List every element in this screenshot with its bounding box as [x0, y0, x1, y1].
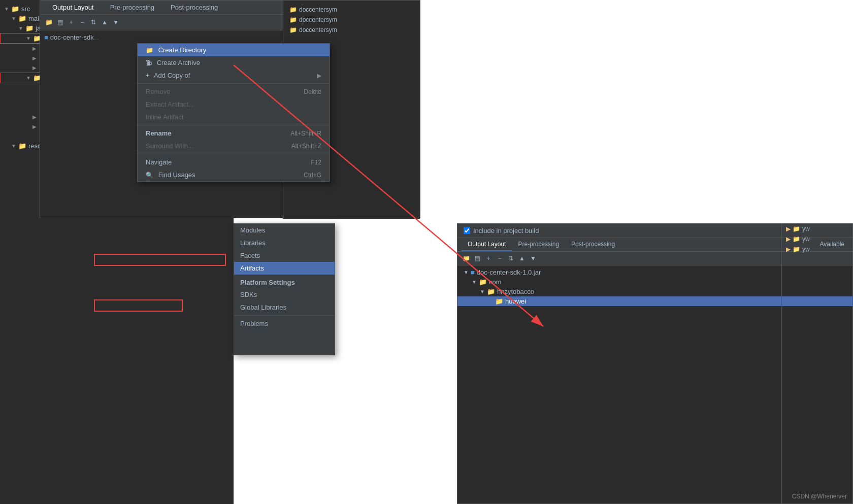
- arrow-config: ▶: [32, 55, 40, 61]
- artifact-root-label: doc-center-sdk: [50, 33, 94, 41]
- watermark: CSDN @Whenerver: [792, 493, 847, 500]
- down-icon[interactable]: ▼: [111, 18, 120, 27]
- menu-sep-1: [138, 83, 330, 84]
- submenu-arrow: ▶: [317, 72, 321, 79]
- right-artifact-panel: Include in project build Output Layout P…: [457, 223, 853, 504]
- tab-preprocessing[interactable]: Pre-processing: [102, 1, 162, 14]
- menu-sep-2: [138, 125, 330, 125]
- right-available-panel: ▶ 📁 yw ▶ 📁 yw ▶ 📁 yw: [781, 224, 852, 503]
- add-icon[interactable]: +: [67, 18, 76, 27]
- arrow-main: ▼: [11, 16, 18, 21]
- right-up-icon[interactable]: ▲: [517, 254, 527, 263]
- settings-global-libraries[interactable]: Global Libraries: [234, 301, 335, 314]
- remove-icon[interactable]: −: [78, 18, 87, 27]
- arrow-com: ▼: [26, 36, 33, 41]
- menu-surround-with: Surround With... Alt+Shift+Z: [138, 140, 330, 152]
- arrow-resources: ▼: [11, 143, 18, 149]
- menu-extract-artifact: Extract Artifact...: [138, 98, 330, 111]
- menu-create-archive[interactable]: 🗜 Create Archive: [138, 56, 330, 69]
- menu-rename[interactable]: Rename Alt+Shift+R: [138, 127, 330, 140]
- right-tab-preprocessing[interactable]: Pre-processing: [512, 238, 565, 251]
- menu-remove: Remove Delete: [138, 85, 330, 98]
- settings-libraries[interactable]: Libraries: [234, 237, 335, 249]
- arrow-java: ▼: [18, 25, 25, 31]
- sort-icon[interactable]: ⇅: [89, 18, 98, 27]
- right-add-icon[interactable]: +: [484, 254, 493, 263]
- settings-sep: [234, 315, 335, 316]
- right-avail-2[interactable]: ▶ 📁 yw: [782, 244, 852, 254]
- find-icon: 🔍: [146, 172, 153, 179]
- settings-sdks[interactable]: SDKs: [234, 288, 335, 301]
- avail-item-0[interactable]: 📁 doccentersym: [287, 5, 416, 15]
- menu-create-directory[interactable]: 📁 Create Directory: [138, 44, 330, 56]
- settings-panel: Modules Libraries Facets Artifacts Platf…: [234, 223, 335, 355]
- menu-navigate[interactable]: Navigate F12: [138, 156, 330, 169]
- context-menu: 📁 Create Directory 🗜 Create Archive + Ad…: [137, 43, 330, 182]
- tab-output-layout[interactable]: Output Layout: [44, 1, 102, 14]
- settings-artifacts[interactable]: Artifacts: [234, 262, 335, 275]
- menu-sep-3: [138, 154, 330, 154]
- menu-inline-artifact: Inline Artifact: [138, 111, 330, 123]
- include-in-build-checkbox[interactable]: Include in project build: [464, 227, 539, 234]
- arrow-src: ▼: [4, 6, 11, 12]
- arrow-exception: ▶: [32, 65, 40, 71]
- right-sort-icon[interactable]: ⇅: [506, 254, 515, 263]
- archive-icon: 🗜: [146, 59, 152, 66]
- menu-find-usages[interactable]: 🔍 Find Usages Ctrl+G: [138, 169, 330, 181]
- include-checkbox[interactable]: [464, 227, 470, 234]
- menu-add-copy[interactable]: + Add Copy of ▶: [138, 69, 330, 82]
- up-icon[interactable]: ▲: [100, 18, 109, 27]
- right-folder-icon[interactable]: 📁: [462, 254, 471, 263]
- avail-item-2[interactable]: 📁 doccentersym: [287, 25, 416, 35]
- settings-facets[interactable]: Facets: [234, 249, 335, 262]
- folder-new-icon: 📁: [146, 47, 153, 54]
- arrow-utils: ▶: [32, 124, 40, 129]
- add-copy-icon: +: [146, 72, 149, 79]
- platform-settings-title: Platform Settings: [234, 275, 335, 288]
- available-items-list: 📁 doccentersym 📁 doccentersym 📁 doccente…: [283, 1, 420, 39]
- right-avail-0[interactable]: ▶ 📁 yw: [782, 224, 852, 234]
- avail-item-1[interactable]: 📁 doccentersym: [287, 15, 416, 25]
- right-avail-1[interactable]: ▶ 📁 yw: [782, 234, 852, 244]
- settings-modules[interactable]: Modules: [234, 224, 335, 237]
- settings-problems[interactable]: Problems: [234, 317, 335, 330]
- right-remove-icon[interactable]: −: [495, 254, 504, 263]
- arrow-service: ▶: [32, 114, 40, 120]
- folder-add-icon[interactable]: 📁: [44, 18, 53, 27]
- right-tab-postprocessing[interactable]: Post-processing: [565, 238, 621, 251]
- right-list-icon[interactable]: ▤: [473, 254, 482, 263]
- arrow-api: ▶: [32, 46, 40, 51]
- list-icon[interactable]: ▤: [55, 18, 64, 27]
- right-down-icon[interactable]: ▼: [529, 254, 538, 263]
- tab-postprocessing[interactable]: Post-processing: [162, 1, 226, 14]
- right-tab-output-layout[interactable]: Output Layout: [462, 238, 512, 251]
- arrow-huawei: ▼: [26, 75, 33, 81]
